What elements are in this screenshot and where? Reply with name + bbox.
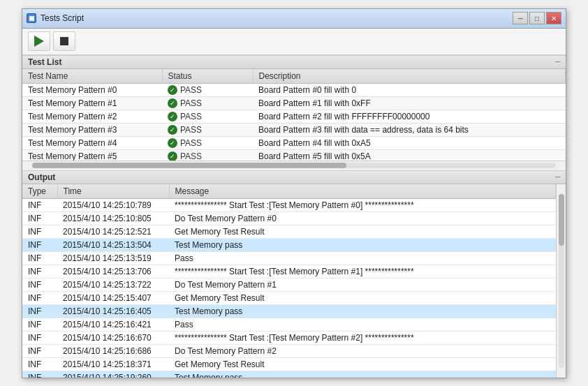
col-description: Description (253, 69, 566, 84)
output-type-cell: INF (22, 211, 57, 225)
output-scrollbar-v[interactable] (556, 184, 566, 378)
test-list-header: Test List ─ (22, 55, 566, 69)
output-type-cell: INF (22, 251, 57, 265)
status-text: PASS (180, 125, 202, 135)
output-message-cell: **************** Start Test :[Test Memor… (169, 331, 556, 344)
col-message: Message (169, 184, 556, 199)
test-description-cell: Board Pattern #5 fill with 0x5A (253, 149, 566, 161)
test-name-cell: Test Memory Pattern #0 (22, 83, 162, 96)
pass-icon: ✓ (168, 125, 177, 135)
pass-icon: ✓ (168, 151, 177, 161)
output-row: INF2015/4/10 14:25:13:706***************… (22, 265, 556, 278)
output-row: INF2015/4/10 14:25:16:686Do Test Memory … (22, 344, 556, 357)
test-list-table: Test Name Status Description Test Memory… (22, 69, 566, 161)
title-bar-left: ▣ Tests Script (27, 13, 84, 23)
output-section: Output ─ Type Time Message INF2015/4/10 … (22, 170, 566, 378)
output-message-cell: **************** Start Test :[Test Memor… (169, 198, 556, 211)
output-row: INF2015/4/10 14:25:15:407Get Memory Test… (22, 291, 556, 304)
output-scroll-area: Type Time Message INF2015/4/10 14:25:10:… (22, 184, 566, 378)
test-status-cell: ✓PASS (162, 123, 253, 136)
status-text: PASS (180, 85, 202, 95)
output-time-cell: 2015/4/10 14:25:19:260 (57, 371, 169, 378)
output-time-cell: 2015/4/10 14:25:10:789 (57, 198, 169, 211)
title-bar: ▣ Tests Script ─ □ ✕ (22, 9, 566, 29)
output-header-row: Type Time Message (22, 184, 556, 199)
close-button[interactable]: ✕ (546, 12, 561, 24)
test-list-row: Test Memory Pattern #0✓PASSBoard Pattern… (22, 83, 566, 96)
test-description-cell: Board Pattern #4 fill with 0xA5 (253, 136, 566, 149)
output-type-cell: INF (22, 344, 57, 357)
output-table: Type Time Message INF2015/4/10 14:25:10:… (22, 184, 556, 378)
test-list-row: Test Memory Pattern #2✓PASSBoard Pattern… (22, 110, 566, 123)
test-status-cell: ✓PASS (162, 136, 253, 149)
output-type-cell: INF (22, 331, 57, 344)
col-test-name: Test Name (22, 69, 162, 84)
stop-button[interactable] (53, 31, 75, 51)
output-row: INF2015/4/10 14:25:12:521Get Memory Test… (22, 225, 556, 238)
pass-icon: ✓ (168, 112, 177, 121)
output-type-cell: INF (22, 304, 57, 318)
output-time-cell: 2015/4/10 14:25:10:805 (57, 211, 169, 225)
toolbar (22, 29, 566, 55)
test-name-cell: Test Memory Pattern #2 (22, 110, 162, 123)
output-message-cell: Get Memory Test Result (169, 357, 556, 371)
output-type-cell: INF (22, 278, 57, 291)
output-message-cell: Get Memory Test Result (169, 291, 556, 304)
col-status: Status (162, 69, 253, 84)
play-button[interactable] (28, 31, 50, 51)
pass-icon: ✓ (168, 85, 177, 95)
test-name-cell: Test Memory Pattern #1 (22, 96, 162, 110)
output-message-cell: Test Memory pass (169, 371, 556, 378)
output-time-cell: 2015/4/10 14:25:18:371 (57, 357, 169, 371)
output-message-cell: Pass (169, 318, 556, 331)
output-row: INF2015/4/10 14:25:10:789***************… (22, 198, 556, 211)
output-row: INF2015/4/10 14:25:13:504Test Memory pas… (22, 238, 556, 251)
output-time-cell: 2015/4/10 14:25:16:670 (57, 331, 169, 344)
test-list-title: Test List (28, 57, 61, 67)
output-row: INF2015/4/10 14:25:16:421Pass (22, 318, 556, 331)
output-message-cell: Test Memory pass (169, 238, 556, 251)
title-buttons: ─ □ ✕ (513, 12, 561, 24)
window-title: Tests Script (41, 13, 84, 23)
maximize-button[interactable]: □ (529, 12, 545, 24)
output-message-cell: Pass (169, 251, 556, 265)
output-row: INF2015/4/10 14:25:16:670***************… (22, 331, 556, 344)
test-description-cell: Board Pattern #3 fill with data == addre… (253, 123, 566, 136)
test-description-cell: Board Pattern #0 fill with 0 (253, 83, 566, 96)
output-time-cell: 2015/4/10 14:25:16:421 (57, 318, 169, 331)
scrollbar-track-h (32, 163, 556, 168)
output-message-cell: Test Memory pass (169, 304, 556, 318)
output-header: Output ─ (22, 170, 566, 184)
output-type-cell: INF (22, 238, 57, 251)
output-row: INF2015/4/10 14:25:16:405Test Memory pas… (22, 304, 556, 318)
output-table-wrapper: Type Time Message INF2015/4/10 14:25:10:… (22, 184, 556, 378)
test-description-cell: Board Pattern #1 fill with 0xFF (253, 96, 566, 110)
output-time-cell: 2015/4/10 14:25:16:686 (57, 344, 169, 357)
main-window: ▣ Tests Script ─ □ ✕ Test List ─ T (22, 8, 566, 378)
stop-icon (60, 37, 68, 45)
output-collapse[interactable]: ─ (555, 173, 560, 181)
minimize-button[interactable]: ─ (513, 12, 528, 24)
output-title: Output (28, 172, 55, 182)
test-status-cell: ✓PASS (162, 110, 253, 123)
output-time-cell: 2015/4/10 14:25:13:722 (57, 278, 169, 291)
test-list-header-row: Test Name Status Description (22, 69, 566, 84)
test-description-cell: Board Pattern #2 fill with FFFFFFFF00000… (253, 110, 566, 123)
output-row: INF2015/4/10 14:25:18:371Get Memory Test… (22, 357, 556, 371)
test-list-scrollbar-h[interactable] (22, 161, 566, 170)
scrollbar-thumb-v (559, 194, 564, 246)
output-time-cell: 2015/4/10 14:25:12:521 (57, 225, 169, 238)
test-status-cell: ✓PASS (162, 83, 253, 96)
test-list-row: Test Memory Pattern #1✓PASSBoard Pattern… (22, 96, 566, 110)
test-list-row: Test Memory Pattern #5✓PASSBoard Pattern… (22, 149, 566, 161)
output-type-cell: INF (22, 198, 57, 211)
test-status-cell: ✓PASS (162, 96, 253, 110)
test-list-collapse[interactable]: ─ (555, 58, 560, 66)
output-time-cell: 2015/4/10 14:25:15:407 (57, 291, 169, 304)
scrollbar-thumb-h (32, 163, 346, 168)
output-message-cell: Do Test Memory Pattern #1 (169, 278, 556, 291)
scrollbar-track-v (559, 194, 564, 368)
test-list-row: Test Memory Pattern #3✓PASSBoard Pattern… (22, 123, 566, 136)
col-time: Time (57, 184, 169, 199)
output-type-cell: INF (22, 371, 57, 378)
